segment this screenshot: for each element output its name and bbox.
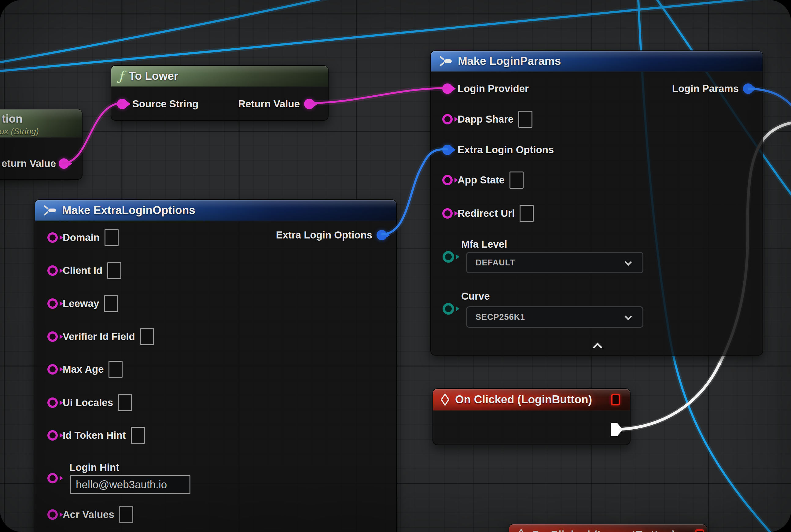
pin-label-id-token-hint: Id Token Hint [63,430,126,441]
mfa-level-dropdown[interactable]: DEFAULT [466,252,643,273]
curve-dropdown[interactable]: SECP256K1 [466,306,643,328]
pin-label-login-hint: Login Hint [70,462,119,473]
bound-widget-event-icon [611,394,620,405]
pin-login-hint-input[interactable] [47,473,58,483]
node-title: tion [2,113,23,125]
make-struct-icon [438,55,452,67]
textbox-id-token-hint[interactable] [131,427,145,444]
pin-label-mfa-level: Mfa Level [461,239,507,250]
exec-out-pin[interactable] [611,423,623,436]
make-struct-icon [42,204,57,216]
textbox-max-age[interactable] [109,361,122,378]
node-to-lower[interactable]: ƒ To Lower Source String Return Value [111,65,329,121]
textbox-domain[interactable] [104,229,119,246]
pin-label-return-value: Return Value [238,98,300,110]
textbox-ui-locales[interactable] [118,394,132,411]
event-diamond-icon [440,393,449,406]
pin-label-domain: Domain [63,232,100,243]
chevron-down-icon [624,258,632,266]
pin-source-string-input[interactable] [117,99,128,109]
node-subtitle: ox (String) [0,127,39,136]
pin-ui-locales-input[interactable] [47,397,58,408]
event-diamond-icon [517,529,526,532]
collapse-advanced-button[interactable] [594,344,601,352]
bound-widget-event-icon [695,529,704,532]
textbox-leeway[interactable] [104,295,118,312]
pin-acr-values-input[interactable] [47,509,58,520]
pin-verifier-id-field-input[interactable] [47,331,58,342]
pin-label-max-age: Max Age [63,363,103,375]
pin-client-id-input[interactable] [47,265,58,276]
pin-dapp-share-input[interactable] [442,114,453,125]
chevron-up-icon [593,342,602,352]
node-make-login-params[interactable]: Make LoginParams Login Params Login Prov… [430,51,763,356]
pin-label-ui-locales: Ui Locales [63,397,113,408]
curve-value: SECP256K1 [476,312,525,322]
pin-label-source-string: Source String [132,98,198,110]
pin-label-curve: Curve [461,290,490,302]
textbox-verifier-id-field[interactable] [140,328,154,345]
pin-label-acr-values: Acr Values [63,509,114,520]
node-make-extra-login-options[interactable]: Make ExtraLoginOptions Extra Login Optio… [35,200,397,532]
mfa-level-value: DEFAULT [476,258,515,268]
pin-label-app-state: App State [458,174,505,186]
node-string-source-partial[interactable]: tion ox (String) eturn Value [0,109,82,180]
pin-label-return-value: eturn Value [2,158,56,169]
pin-label-redirect-url: Redirect Url [458,208,515,219]
pin-label-verifier-id-field: Verifier Id Field [63,331,135,342]
blueprint-graph-canvas[interactable]: tion ox (String) eturn Value ƒ To Lower … [0,0,791,532]
pin-label-login-params-out: Login Params [672,83,739,94]
pin-extra-login-options-output[interactable] [377,230,387,240]
node-on-clicked-logout-button[interactable]: On Clicked (LogoutButton) [508,524,707,532]
pin-return-value-output[interactable] [304,99,314,109]
pin-label-client-id: Client Id [63,265,102,277]
node-title: Make LoginParams [458,55,561,68]
textbox-client-id[interactable] [107,262,121,279]
pin-redirect-url-input[interactable] [442,208,453,218]
node-on-clicked-login-button[interactable]: On Clicked (LoginButton) [432,388,631,445]
pure-function-icon: ƒ [119,70,123,82]
pin-leeway-input[interactable] [47,299,58,309]
login-hint-textbox[interactable]: hello@web3auth.io [70,475,190,494]
node-title: On Clicked (LoginButton) [455,393,592,406]
pin-label-login-provider: Login Provider [458,83,529,94]
textbox-app-state[interactable] [509,172,524,189]
node-title: On Clicked (LogoutButton) [531,529,676,532]
pin-max-age-input[interactable] [47,364,58,375]
node-title: To Lower [129,70,178,82]
pin-login-provider-input[interactable] [442,83,453,94]
node-title: Make ExtraLoginOptions [62,204,195,217]
pin-mfa-level-input[interactable] [443,251,454,263]
textbox-acr-values[interactable] [119,506,133,523]
pin-label-extra-login-options: Extra Login Options [458,144,554,156]
pin-label-leeway: Leeway [63,298,99,309]
textbox-dapp-share[interactable] [518,111,533,128]
pin-id-token-hint-input[interactable] [47,430,58,441]
textbox-redirect-url[interactable] [520,205,534,222]
pin-label-extra-login-options-out: Extra Login Options [276,229,372,241]
pin-curve-input[interactable] [443,303,454,315]
pin-return-value-output[interactable] [59,158,69,169]
pin-app-state-input[interactable] [442,175,453,185]
chevron-down-icon [624,313,632,320]
pin-domain-input[interactable] [47,232,58,243]
pin-extra-login-options-input[interactable] [442,145,453,155]
pin-label-dapp-share: Dapp Share [458,113,514,125]
pin-login-params-output[interactable] [743,83,753,94]
